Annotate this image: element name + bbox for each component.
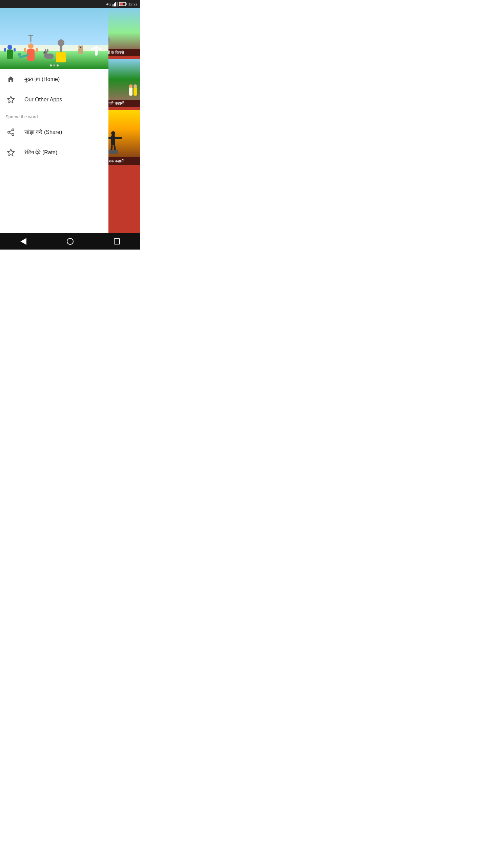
- network-indicator: 4G: [106, 2, 111, 6]
- svg-marker-7: [7, 96, 14, 103]
- other-apps-label: Our Other Apps: [24, 97, 62, 103]
- sidebar-item-home[interactable]: मुख्य पृष (Home): [0, 69, 108, 90]
- status-bar-right: 4G 12:27: [106, 2, 138, 6]
- back-button[interactable]: [15, 233, 32, 250]
- sidebar-item-other-apps[interactable]: Our Other Apps: [0, 90, 108, 110]
- svg-rect-3: [117, 2, 118, 6]
- svg-rect-0: [113, 4, 114, 6]
- svg-rect-6: [120, 3, 123, 5]
- status-bar: 4G 12:27: [0, 0, 140, 8]
- section-header-spread: Spread the word: [0, 110, 108, 122]
- time: 12:27: [128, 2, 138, 6]
- navigation-drawer: मुख्य पृष (Home) Our Other Apps Spread t…: [0, 8, 108, 233]
- share-label: सांझा करे (Share): [24, 129, 62, 135]
- svg-marker-13: [7, 149, 14, 156]
- battery-icon: [119, 2, 127, 6]
- back-icon: [20, 238, 26, 245]
- home-nav-icon: [67, 238, 74, 245]
- sidebar-item-share[interactable]: सांझा करे (Share): [0, 122, 108, 142]
- share-icon: [5, 127, 16, 138]
- svg-line-12: [10, 131, 12, 132]
- rate-label: रेटिंग देवे (Rate): [24, 150, 57, 156]
- drawer-header: [0, 8, 108, 69]
- rate-icon: [5, 147, 16, 158]
- recents-button[interactable]: [109, 233, 125, 250]
- svg-rect-2: [115, 2, 116, 6]
- home-label: मुख्य पृष (Home): [24, 76, 60, 82]
- recents-icon: [114, 238, 120, 244]
- home-icon: [5, 74, 16, 85]
- svg-rect-1: [114, 3, 115, 6]
- bottom-nav: [0, 233, 140, 250]
- signal-icon: [113, 2, 118, 6]
- nav-list: मुख्य पृष (Home) Our Other Apps Spread t…: [0, 69, 108, 233]
- sidebar-item-rate[interactable]: रेटिंग देवे (Rate): [0, 142, 108, 163]
- home-button[interactable]: [62, 233, 78, 250]
- star-icon: [5, 94, 16, 105]
- svg-rect-5: [126, 3, 127, 5]
- svg-line-11: [10, 133, 12, 134]
